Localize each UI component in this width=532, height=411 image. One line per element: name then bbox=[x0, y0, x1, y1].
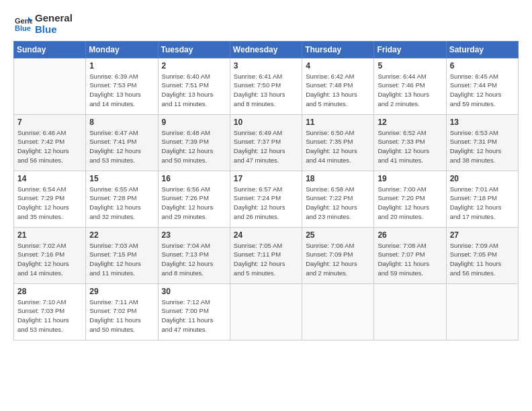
day-detail: Sunrise: 6:53 AMSunset: 7:31 PMDaylight:… bbox=[450, 128, 515, 165]
day-detail: Sunrise: 7:05 AMSunset: 7:11 PMDaylight:… bbox=[234, 241, 298, 278]
calendar-cell: 30Sunrise: 7:12 AMSunset: 7:00 PMDayligh… bbox=[158, 283, 230, 340]
day-detail: Sunrise: 6:55 AMSunset: 7:28 PMDaylight:… bbox=[89, 185, 154, 222]
day-detail: Sunrise: 7:04 AMSunset: 7:13 PMDaylight:… bbox=[162, 241, 226, 278]
day-detail: Sunrise: 6:52 AMSunset: 7:33 PMDaylight:… bbox=[378, 128, 442, 165]
calendar-cell bbox=[446, 283, 518, 340]
calendar-cell: 21Sunrise: 7:02 AMSunset: 7:16 PMDayligh… bbox=[14, 227, 86, 283]
day-number: 5 bbox=[378, 61, 442, 71]
day-number: 22 bbox=[89, 230, 154, 240]
day-detail: Sunrise: 7:10 AMSunset: 7:03 PMDaylight:… bbox=[17, 298, 82, 334]
day-number: 4 bbox=[306, 61, 370, 71]
day-detail: Sunrise: 6:42 AMSunset: 7:48 PMDaylight:… bbox=[306, 72, 370, 109]
weekday-header-wednesday: Wednesday bbox=[230, 41, 302, 58]
day-detail: Sunrise: 6:56 AMSunset: 7:26 PMDaylight:… bbox=[162, 185, 226, 222]
day-detail: Sunrise: 7:08 AMSunset: 7:07 PMDaylight:… bbox=[378, 241, 442, 278]
calendar-cell: 1Sunrise: 6:39 AMSunset: 7:53 PMDaylight… bbox=[86, 58, 158, 114]
day-number: 13 bbox=[450, 118, 515, 127]
calendar-cell: 25Sunrise: 7:06 AMSunset: 7:09 PMDayligh… bbox=[302, 227, 374, 283]
day-detail: Sunrise: 7:12 AMSunset: 7:00 PMDaylight:… bbox=[162, 298, 226, 334]
day-number: 10 bbox=[234, 118, 298, 127]
calendar-cell bbox=[14, 58, 86, 114]
day-detail: Sunrise: 6:45 AMSunset: 7:44 PMDaylight:… bbox=[450, 72, 515, 109]
day-detail: Sunrise: 6:58 AMSunset: 7:22 PMDaylight:… bbox=[306, 185, 370, 222]
day-detail: Sunrise: 6:49 AMSunset: 7:37 PMDaylight:… bbox=[234, 128, 298, 165]
day-number: 28 bbox=[17, 287, 82, 296]
day-detail: Sunrise: 7:11 AMSunset: 7:02 PMDaylight:… bbox=[89, 298, 154, 334]
day-number: 18 bbox=[306, 174, 370, 183]
calendar-cell: 14Sunrise: 6:54 AMSunset: 7:29 PMDayligh… bbox=[14, 171, 86, 227]
calendar-cell: 16Sunrise: 6:56 AMSunset: 7:26 PMDayligh… bbox=[158, 171, 230, 227]
day-detail: Sunrise: 6:41 AMSunset: 7:50 PMDaylight:… bbox=[234, 72, 298, 109]
day-number: 19 bbox=[378, 174, 442, 183]
day-detail: Sunrise: 6:40 AMSunset: 7:51 PMDaylight:… bbox=[162, 72, 226, 109]
day-number: 30 bbox=[162, 287, 226, 296]
weekday-header-tuesday: Tuesday bbox=[158, 41, 230, 58]
calendar-cell: 5Sunrise: 6:44 AMSunset: 7:46 PMDaylight… bbox=[374, 58, 446, 114]
day-number: 15 bbox=[89, 174, 154, 183]
day-number: 6 bbox=[450, 61, 515, 71]
calendar-cell bbox=[230, 283, 302, 340]
day-detail: Sunrise: 7:03 AMSunset: 7:15 PMDaylight:… bbox=[89, 241, 154, 278]
day-number: 23 bbox=[162, 230, 226, 240]
logo-icon: General Blue bbox=[13, 14, 32, 33]
header: General Blue General Blue bbox=[13, 12, 519, 36]
weekday-header-row: SundayMondayTuesdayWednesdayThursdayFrid… bbox=[14, 41, 519, 58]
day-number: 2 bbox=[162, 61, 226, 71]
day-detail: Sunrise: 6:50 AMSunset: 7:35 PMDaylight:… bbox=[306, 128, 370, 165]
day-detail: Sunrise: 6:39 AMSunset: 7:53 PMDaylight:… bbox=[89, 72, 154, 109]
calendar-cell: 23Sunrise: 7:04 AMSunset: 7:13 PMDayligh… bbox=[158, 227, 230, 283]
weekday-header-saturday: Saturday bbox=[446, 41, 518, 58]
day-detail: Sunrise: 7:02 AMSunset: 7:16 PMDaylight:… bbox=[17, 241, 82, 278]
day-number: 29 bbox=[89, 287, 154, 296]
calendar-cell: 4Sunrise: 6:42 AMSunset: 7:48 PMDaylight… bbox=[302, 58, 374, 114]
calendar-cell bbox=[302, 283, 374, 340]
day-number: 21 bbox=[17, 230, 82, 240]
day-detail: Sunrise: 7:00 AMSunset: 7:20 PMDaylight:… bbox=[378, 185, 442, 222]
day-number: 25 bbox=[306, 230, 370, 240]
day-detail: Sunrise: 7:01 AMSunset: 7:18 PMDaylight:… bbox=[450, 185, 515, 222]
week-row-2: 7Sunrise: 6:46 AMSunset: 7:42 PMDaylight… bbox=[14, 114, 519, 171]
calendar-cell: 10Sunrise: 6:49 AMSunset: 7:37 PMDayligh… bbox=[230, 114, 302, 171]
weekday-header-monday: Monday bbox=[86, 41, 158, 58]
day-number: 14 bbox=[17, 174, 82, 183]
day-number: 9 bbox=[162, 118, 226, 127]
calendar-cell: 19Sunrise: 7:00 AMSunset: 7:20 PMDayligh… bbox=[374, 171, 446, 227]
calendar-cell: 15Sunrise: 6:55 AMSunset: 7:28 PMDayligh… bbox=[86, 171, 158, 227]
logo: General Blue General Blue bbox=[13, 12, 73, 36]
week-row-3: 14Sunrise: 6:54 AMSunset: 7:29 PMDayligh… bbox=[14, 171, 519, 227]
calendar-cell: 26Sunrise: 7:08 AMSunset: 7:07 PMDayligh… bbox=[374, 227, 446, 283]
day-number: 26 bbox=[378, 230, 442, 240]
day-number: 3 bbox=[234, 61, 298, 71]
week-row-5: 28Sunrise: 7:10 AMSunset: 7:03 PMDayligh… bbox=[14, 283, 519, 340]
day-detail: Sunrise: 6:54 AMSunset: 7:29 PMDaylight:… bbox=[17, 185, 82, 222]
day-detail: Sunrise: 6:57 AMSunset: 7:24 PMDaylight:… bbox=[234, 185, 298, 222]
week-row-4: 21Sunrise: 7:02 AMSunset: 7:16 PMDayligh… bbox=[14, 227, 519, 283]
day-detail: Sunrise: 6:48 AMSunset: 7:39 PMDaylight:… bbox=[162, 128, 226, 165]
calendar-cell bbox=[374, 283, 446, 340]
calendar-table: SundayMondayTuesdayWednesdayThursdayFrid… bbox=[13, 41, 519, 340]
calendar-cell: 6Sunrise: 6:45 AMSunset: 7:44 PMDaylight… bbox=[446, 58, 518, 114]
day-detail: Sunrise: 6:47 AMSunset: 7:41 PMDaylight:… bbox=[89, 128, 154, 165]
calendar-cell: 17Sunrise: 6:57 AMSunset: 7:24 PMDayligh… bbox=[230, 171, 302, 227]
svg-text:Blue: Blue bbox=[15, 24, 31, 32]
day-number: 7 bbox=[17, 118, 82, 127]
day-number: 24 bbox=[234, 230, 298, 240]
calendar-cell: 27Sunrise: 7:09 AMSunset: 7:05 PMDayligh… bbox=[446, 227, 518, 283]
calendar-cell: 28Sunrise: 7:10 AMSunset: 7:03 PMDayligh… bbox=[14, 283, 86, 340]
day-detail: Sunrise: 6:46 AMSunset: 7:42 PMDaylight:… bbox=[17, 128, 82, 165]
calendar-cell: 13Sunrise: 6:53 AMSunset: 7:31 PMDayligh… bbox=[446, 114, 518, 171]
week-row-1: 1Sunrise: 6:39 AMSunset: 7:53 PMDaylight… bbox=[14, 58, 519, 114]
calendar-cell: 18Sunrise: 6:58 AMSunset: 7:22 PMDayligh… bbox=[302, 171, 374, 227]
day-number: 27 bbox=[450, 230, 515, 240]
calendar-cell: 24Sunrise: 7:05 AMSunset: 7:11 PMDayligh… bbox=[230, 227, 302, 283]
day-number: 17 bbox=[234, 174, 298, 183]
calendar-cell: 9Sunrise: 6:48 AMSunset: 7:39 PMDaylight… bbox=[158, 114, 230, 171]
day-detail: Sunrise: 7:06 AMSunset: 7:09 PMDaylight:… bbox=[306, 241, 370, 278]
calendar-cell: 3Sunrise: 6:41 AMSunset: 7:50 PMDaylight… bbox=[230, 58, 302, 114]
day-number: 12 bbox=[378, 118, 442, 127]
calendar-cell: 29Sunrise: 7:11 AMSunset: 7:02 PMDayligh… bbox=[86, 283, 158, 340]
weekday-header-thursday: Thursday bbox=[302, 41, 374, 58]
day-number: 11 bbox=[306, 118, 370, 127]
calendar-cell: 12Sunrise: 6:52 AMSunset: 7:33 PMDayligh… bbox=[374, 114, 446, 171]
day-number: 16 bbox=[162, 174, 226, 183]
